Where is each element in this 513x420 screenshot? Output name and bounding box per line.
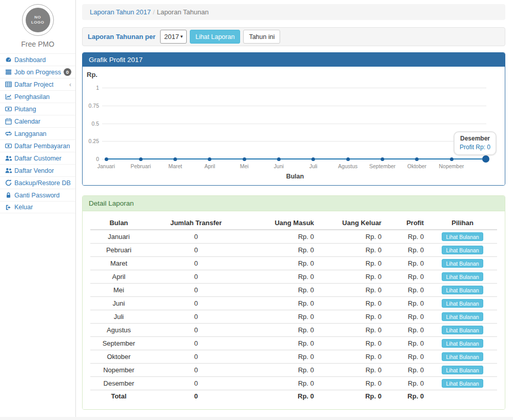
retweet-icon: [5, 130, 12, 137]
lihat-bulanan-button[interactable]: Lihat Bulanan: [442, 246, 483, 254]
cell-uang_masuk: Rp. 0: [245, 297, 318, 310]
table-row-september: September0Rp. 0Rp. 0Rp. 0Lihat Bulanan: [90, 337, 497, 350]
tooltip-month: Desember: [460, 134, 490, 143]
table-header-row: BulanJumlah TransferUang MasukUang Kelua…: [90, 216, 497, 230]
profit-line-series: [106, 158, 486, 159]
lihat-bulanan-button[interactable]: Lihat Bulanan: [442, 339, 483, 348]
x-tick-label: Nopember: [433, 163, 469, 169]
sidebar-item-label: Daftar Customer: [14, 155, 62, 162]
lihat-bulanan-button[interactable]: Lihat Bulanan: [442, 312, 483, 321]
column-header-profit: Profit: [386, 216, 428, 230]
cell-jumlah_transfer: 0: [147, 284, 245, 297]
table-row-agustus: Agustus0Rp. 0Rp. 0Rp. 0Lihat Bulanan: [90, 324, 497, 337]
sidebar-item-langganan[interactable]: Langganan: [0, 127, 75, 139]
sidebar-item-piutang[interactable]: Piutang: [0, 103, 75, 115]
lihat-bulanan-button[interactable]: Lihat Bulanan: [442, 286, 483, 294]
cell-profit: Rp. 0: [386, 364, 428, 377]
app-logo: NO LOGO: [0, 0, 75, 38]
y-axis-label: Rp.: [87, 71, 97, 78]
cell-jumlah_transfer: 0: [147, 270, 245, 284]
brand-name: Free PMO: [0, 38, 75, 53]
cell-profit: Rp. 0: [386, 230, 428, 244]
data-point-agustus[interactable]: [346, 157, 350, 161]
data-point-nopember[interactable]: [450, 157, 453, 161]
lihat-bulanan-button[interactable]: Lihat Bulanan: [442, 232, 483, 241]
sidebar-item-daftar-pembayaran[interactable]: Daftar Pembayaran: [0, 139, 75, 152]
sidebar-item-label: Calendar: [14, 118, 41, 125]
cell-uang_keluar: Rp. 0: [318, 337, 386, 350]
cell-uang_keluar: Rp. 0: [318, 270, 386, 284]
data-point-oktober[interactable]: [415, 157, 419, 161]
sidebar-item-label: Daftar Vendor: [14, 167, 54, 174]
data-point-mei[interactable]: [243, 157, 246, 161]
lock-icon: [5, 192, 12, 199]
cell-pilihan: Lihat Bulanan: [428, 257, 497, 270]
page: NO LOGO Free PMO DashboardJob on Progres…: [0, 0, 513, 417]
cell-pilihan: Lihat Bulanan: [428, 297, 497, 310]
cell-jumlah_transfer: 0: [147, 390, 245, 403]
lihat-bulanan-button[interactable]: Lihat Bulanan: [442, 326, 483, 334]
tahun-ini-button[interactable]: Tahun ini: [243, 30, 280, 44]
sidebar-item-daftar-vendor[interactable]: Daftar Vendor: [0, 164, 75, 176]
sidebar-item-ganti-password[interactable]: Ganti Password: [0, 189, 75, 201]
table-total-row: Total0Rp. 0Rp. 0Rp. 0: [90, 390, 497, 403]
sidebar-item-calendar[interactable]: Calendar: [0, 115, 75, 127]
cell-jumlah_transfer: 0: [147, 230, 245, 244]
cell-bulan: Desember: [90, 377, 147, 390]
lihat-bulanan-button[interactable]: Lihat Bulanan: [442, 366, 483, 374]
cell-uang_keluar: Rp. 0: [318, 350, 386, 364]
cell-pilihan: [428, 390, 497, 403]
x-tick-label: Maret: [157, 163, 193, 169]
sidebar-item-label: Keluar: [14, 204, 33, 211]
sidebar-item-daftar-project[interactable]: Daftar Project‹: [0, 78, 75, 90]
cell-jumlah_transfer: 0: [147, 364, 245, 377]
column-header-pilihan: Pilihan: [428, 216, 497, 230]
table-icon: [5, 81, 12, 88]
lihat-bulanan-button[interactable]: Lihat Bulanan: [442, 379, 483, 388]
year-select[interactable]: 2017 ▼: [160, 30, 187, 44]
cell-pilihan: Lihat Bulanan: [428, 284, 497, 297]
data-point-september[interactable]: [381, 157, 384, 161]
tooltip-value: Profit Rp: 0: [460, 143, 490, 152]
cell-profit: Rp. 0: [386, 350, 428, 364]
cell-bulan: Total: [90, 390, 147, 403]
sidebar-item-job-on-progress[interactable]: Job on Progress0: [0, 66, 75, 78]
main-content: Laporan Tahun 2017/Laporan Tahunan Lapor…: [76, 0, 513, 417]
table-row-april: April0Rp. 0Rp. 0Rp. 0Lihat Bulanan: [90, 270, 497, 284]
data-point-desember[interactable]: [482, 155, 489, 163]
lihat-bulanan-button[interactable]: Lihat Bulanan: [442, 352, 483, 361]
data-point-januari[interactable]: [105, 157, 108, 161]
x-tick-label: April: [192, 163, 228, 169]
cell-uang_masuk: Rp. 0: [245, 284, 318, 297]
sidebar-item-backup-restore-db[interactable]: Backup/Restore DB: [0, 176, 75, 189]
data-point-pebruari[interactable]: [139, 157, 143, 161]
breadcrumb-link-laporan-tahun[interactable]: Laporan Tahun 2017: [90, 8, 151, 16]
lihat-bulanan-button[interactable]: Lihat Bulanan: [442, 272, 483, 281]
cell-profit: Rp. 0: [386, 284, 428, 297]
sidebar-item-penghasilan[interactable]: Penghasilan: [0, 90, 75, 103]
x-tick-label: Juli: [295, 163, 331, 169]
data-point-april[interactable]: [208, 157, 211, 161]
x-tick-label: September: [364, 163, 400, 169]
table-row-pebruari: Pebruari0Rp. 0Rp. 0Rp. 0Lihat Bulanan: [90, 244, 497, 257]
cell-uang_masuk: Rp. 0: [245, 244, 318, 257]
lihat-bulanan-button[interactable]: Lihat Bulanan: [442, 299, 483, 308]
cell-jumlah_transfer: 0: [147, 324, 245, 337]
lihat-laporan-button[interactable]: Lihat Laporan: [190, 30, 240, 44]
sidebar-item-keluar[interactable]: Keluar: [0, 201, 75, 213]
breadcrumb-separator: /: [151, 8, 157, 16]
cell-pilihan: Lihat Bulanan: [428, 270, 497, 284]
lihat-bulanan-button[interactable]: Lihat Bulanan: [442, 259, 483, 268]
table-body: Januari0Rp. 0Rp. 0Rp. 0Lihat BulananPebr…: [90, 230, 497, 402]
data-point-maret[interactable]: [173, 157, 177, 161]
sidebar-item-dashboard[interactable]: Dashboard: [0, 53, 75, 66]
data-point-juli[interactable]: [311, 157, 315, 161]
cell-uang_masuk: Rp. 0: [245, 350, 318, 364]
data-point-juni[interactable]: [277, 157, 281, 161]
cell-jumlah_transfer: 0: [147, 350, 245, 364]
cell-uang_masuk: Rp. 0: [245, 377, 318, 390]
gridline: [102, 141, 486, 142]
cell-pilihan: Lihat Bulanan: [428, 350, 497, 364]
sidebar-item-daftar-customer[interactable]: Daftar Customer: [0, 152, 75, 164]
sidebar-item-label: Ganti Password: [14, 192, 60, 199]
